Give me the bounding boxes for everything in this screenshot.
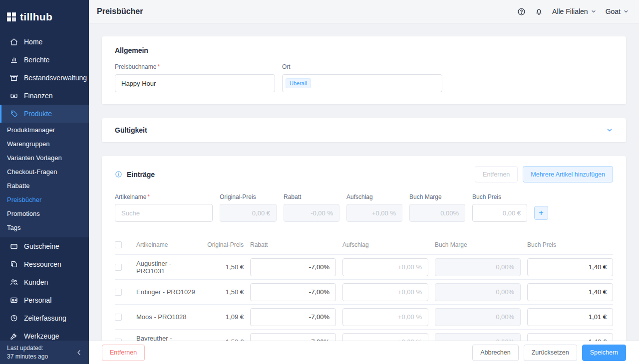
sidebar-item-werkzeuge[interactable]: Werkzeuge [0,327,89,341]
sidebar-subitem-label: Checkout-Fragen [7,168,57,176]
info-icon[interactable] [115,171,122,178]
save-button[interactable]: Speichern [582,345,626,361]
row-buch-preis-input[interactable] [527,283,613,301]
card-eintraege: Einträge Entfernen Mehrere Artikel hinzu… [102,156,626,341]
sidebar-item-home[interactable]: Home [0,33,89,51]
allgemein-fields: Preisbuchname* Ort Überall [115,63,613,92]
last-updated-text: Last updated: 37 minutes ago [7,344,48,360]
collapse-sidebar-chevron-left-icon[interactable] [75,349,83,357]
inventory-icon [10,74,18,82]
sidebar-item-label: Zeiterfassung [24,314,66,322]
branch-selector[interactable]: Alle Filialen [552,7,597,15]
sidebar-item-tags[interactable]: Tags [0,220,89,234]
artikelname-search-input[interactable] [115,204,213,222]
preisbuchname-input[interactable] [115,74,275,92]
tillhub-logo-text: tillhub [20,11,52,23]
table-row: Moos - PRO1028 1,09 € [115,305,613,330]
sidebar-item-personal[interactable]: Personal [0,291,89,309]
add-entry-form: Artikelname* Original-Preis Rabatt Aufsc… [115,193,613,222]
entries-table: Artikelname Original-Preis Rabatt Aufsch… [115,235,613,341]
tag-icon [10,110,18,118]
clock-icon [10,314,18,322]
sidebar-item-varianten-vorlagen[interactable]: Varianten Vorlagen [0,151,89,165]
sidebar-nav: Home Berichte Bestandsverwaltung Finanze… [0,33,89,341]
expand-chevron-down-icon[interactable] [606,127,613,134]
table-row: Bayreuther - PRO1030 1,50 € [115,330,613,341]
sidebar-item-berichte[interactable]: Berichte [0,51,89,69]
branch-selector-label: Alle Filialen [552,7,588,15]
add-multiple-articles-button[interactable]: Mehrere Artikel hinzufügen [523,166,613,182]
sidebar-item-produkte[interactable]: Produkte [0,105,89,123]
topbar-actions: Alle Filialen Goat [517,7,629,16]
sidebar-item-preisbuecher[interactable]: Preisbücher [0,192,89,206]
ort-field: Ort Überall [282,63,442,92]
footer-action-bar: Entfernen Abbrechen Zurücksetzen Speiche… [89,341,639,364]
row-artikelname: Bayreuther - PRO1030 [136,335,197,341]
ort-input[interactable]: Überall [282,74,442,92]
row-buch-preis-input[interactable] [527,258,613,276]
reset-button[interactable]: Zurücksetzen [524,345,577,361]
sidebar-item-ressourcen[interactable]: Ressourcen [0,255,89,273]
sidebar-item-label: Werkzeuge [24,332,59,340]
row-checkbox[interactable] [115,289,122,296]
table-row: Erdinger - PRO1029 1,50 € [115,280,613,305]
card-allgemein: Allgemein Preisbuchname* Ort Überall [102,36,626,104]
sidebar-item-produktmanager[interactable]: Produktmanager [0,123,89,137]
row-buch-preis-input[interactable] [527,308,613,326]
ort-tag[interactable]: Überall [286,78,311,88]
row-rabatt-input[interactable] [250,308,336,326]
sidebar-item-checkout-fragen[interactable]: Checkout-Fragen [0,165,89,179]
entfernen-selected-button[interactable]: Entfernen [475,166,518,182]
row-artikelname: Erdinger - PRO1029 [136,288,197,296]
buch-preis-field: Buch Preis [472,193,527,222]
header-buch-preis: Buch Preis [527,241,613,248]
footer-right-buttons: Abbrechen Zurücksetzen Speichern [472,345,626,361]
sidebar-item-warengruppen[interactable]: Warengruppen [0,137,89,151]
row-checkbox[interactable] [115,264,122,271]
voucher-icon [10,242,18,250]
row-aufschlag-input[interactable] [342,258,428,276]
card-gueltigkeit-accordion[interactable]: Gültigkeit [102,118,626,142]
buch-preis-input[interactable] [472,204,527,222]
sidebar-item-label: Home [24,38,42,46]
row-aufschlag-input[interactable] [342,333,428,341]
row-aufschlag-input[interactable] [342,308,428,326]
row-aufschlag-input[interactable] [342,283,428,301]
sidebar-item-finanzen[interactable]: Finanzen [0,87,89,105]
user-menu[interactable]: Goat [606,7,629,15]
row-rabatt-input[interactable] [250,283,336,301]
delete-pricebook-button[interactable]: Entfernen [102,345,145,361]
home-icon [10,38,18,46]
sidebar-item-kunden[interactable]: Kunden [0,273,89,291]
id-card-icon [10,296,18,304]
row-buch-marge-input [435,283,521,301]
row-rabatt-input[interactable] [250,333,336,341]
sidebar-item-rabatte[interactable]: Rabatte [0,179,89,192]
sidebar-footer: Last updated: 37 minutes ago [0,341,89,364]
sidebar-subitem-label: Produktmanager [7,126,55,134]
sidebar-item-gutscheine[interactable]: Gutscheine [0,237,89,255]
buch-marge-field: Buch Marge [409,193,465,222]
row-buch-marge-input [435,308,521,326]
app-root: tillhub Home Berichte Bestandsverwaltung… [0,0,639,364]
sidebar-subitem-label: Rabatte [7,182,30,189]
add-row-button[interactable]: + [534,206,548,220]
select-all-checkbox[interactable] [115,241,122,248]
sidebar-item-promotions[interactable]: Promotions [0,206,89,220]
sidebar-item-zeiterfassung[interactable]: Zeiterfassung [0,309,89,327]
help-icon[interactable] [517,7,526,16]
chevron-down-icon [623,8,629,14]
row-artikelname: Augustiner - PRO1031 [136,260,197,275]
notifications-bell-icon[interactable] [535,7,543,16]
artikelname-label: Artikelname* [115,193,213,200]
sidebar-item-label: Produkte [24,110,52,118]
cancel-button[interactable]: Abbrechen [472,345,518,361]
row-checkbox[interactable] [115,314,122,321]
original-preis-input [220,204,277,222]
sidebar-subitem-label: Warengruppen [7,140,50,148]
chevron-down-icon [591,8,597,14]
row-original-preis: 1,50 € [204,288,244,296]
row-rabatt-input[interactable] [250,258,336,276]
row-buch-preis-input[interactable] [527,333,613,341]
sidebar-item-bestandsverwaltung[interactable]: Bestandsverwaltung [0,69,89,87]
